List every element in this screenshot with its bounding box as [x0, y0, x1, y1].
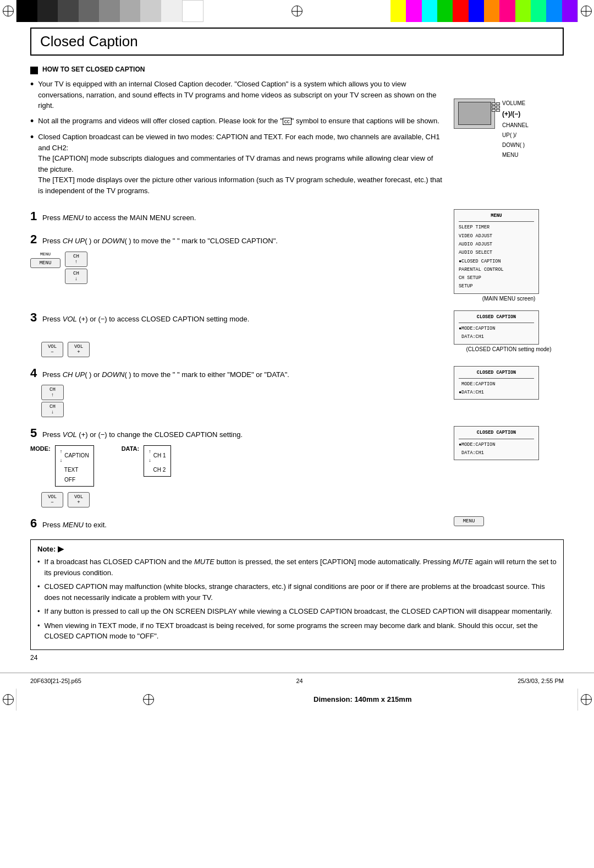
- step-5: 5 Press VOL (+) or (−) to change the CLO…: [30, 426, 564, 507]
- list-item: • Closed Caption broadcast can be viewed…: [30, 132, 443, 196]
- data-label: DATA:: [122, 445, 140, 452]
- menu-btn-label: MENU: [40, 252, 51, 256]
- note-box: Note: ▶ • If a broadcast has CLOSED CAPT…: [30, 539, 564, 650]
- tv-side-labels: VOLUME (+)/(−) CHANNEL UP( )/ DOWN( ) ME…: [502, 99, 529, 160]
- vol-minus-button-5: VOL−: [41, 492, 63, 507]
- ch-up-button-4: CH↑: [41, 385, 64, 400]
- step-6: 6 Press MENU to exit. MENU: [30, 516, 564, 531]
- note-4-text: When viewing in TEXT mode, if no TEXT br…: [45, 620, 557, 642]
- vol-minus-button: VOL−: [41, 342, 63, 357]
- off-option: OFF: [60, 475, 89, 485]
- vol-plus-button-5: VOL+: [68, 492, 90, 507]
- grayscale-bar: [16, 0, 204, 22]
- page-title: Closed Caption: [40, 33, 138, 50]
- step-3-text: Press VOL (+) or (−) to access CLOSED CA…: [42, 315, 249, 323]
- note-item-1: • If a broadcast has CLOSED CAPTION and …: [37, 556, 557, 578]
- step-number-6: 6: [30, 516, 37, 530]
- color-test-bar: [391, 0, 578, 22]
- reg-mark-top-left: [3, 6, 14, 17]
- step-1-text: Press MENU to access the MAIN MENU scree…: [42, 214, 196, 222]
- ch-down-button-4: CH↓: [41, 402, 64, 417]
- section-header: HOW TO SET CLOSED CAPTION: [30, 65, 443, 74]
- note-3-text: If any button is pressed to call up the …: [45, 606, 552, 617]
- text-option: TEXT: [60, 465, 89, 475]
- bullet-3-text: Closed Caption broadcast can be viewed i…: [38, 132, 443, 196]
- step-number-3: 3: [30, 310, 37, 324]
- file-info: 20F630[21-25].p65: [30, 678, 81, 684]
- caption-option: CAPTION: [64, 451, 89, 461]
- cc-setting-caption: (CLOSED CAPTION setting mode): [454, 346, 564, 352]
- page-num-center: 24: [296, 678, 302, 684]
- ch2-option: CH 2: [148, 465, 166, 475]
- step-1: 1 Press MENU to access the MAIN MENU scr…: [30, 209, 564, 302]
- date-info: 25/3/03, 2:55 PM: [518, 678, 564, 684]
- reg-mark-top-right: [581, 6, 592, 17]
- page-number: 24: [30, 654, 37, 662]
- step-number-4: 4: [30, 366, 37, 380]
- step-number-1: 1: [30, 209, 37, 223]
- step-4: 4 Press CH UP( ) or DOWN( ) to move the …: [30, 366, 564, 418]
- step-4-text: Press CH UP( ) or DOWN( ) to move the " …: [42, 370, 289, 379]
- note-1-text: If a broadcast has CLOSED CAPTION and th…: [45, 556, 557, 578]
- reg-mark-bottom-center: [143, 694, 154, 705]
- cc-data-box: CLOSED CAPTION MODE:CAPTION ●DATA:CH1: [454, 366, 539, 400]
- reg-mark-top-center: [292, 6, 302, 17]
- cc-setting-mode-box: CLOSED CAPTION ●MODE:CAPTION DATA:CH1: [454, 310, 539, 345]
- list-item: • Not all the programs and videos will o…: [30, 116, 443, 128]
- step-5-text: Press VOL (+) or (−) to change the CLOSE…: [42, 430, 243, 439]
- note-item-2: • CLOSED CAPTION may malfunction (white …: [37, 581, 557, 603]
- step-2-text: Press CH UP( ) or DOWN( ) to move the " …: [42, 237, 278, 245]
- note-arrow-icon: ▶: [58, 544, 64, 553]
- dimension-text: Dimension: 140mm x 215mm: [314, 695, 411, 703]
- step-3: 3 Press VOL (+) or (−) to access CLOSED …: [30, 310, 564, 357]
- ch-down-button: CH↓: [65, 269, 87, 284]
- reg-mark-bottom-right: [581, 694, 592, 705]
- bullet-2-text: Not all the programs and videos will off…: [38, 116, 439, 127]
- cc-mode-caption-box: CLOSED CAPTION ●MODE:CAPTION DATA:CH1: [454, 426, 539, 460]
- page-title-box: Closed Caption: [30, 28, 564, 56]
- reg-mark-bottom-left: [3, 694, 14, 705]
- note-header-text: Note:: [37, 545, 56, 553]
- ch1-option: CH 1: [153, 451, 166, 461]
- main-menu-box: MENU SLEEP TIMER VIDEO ADJUST AUDIO ADJU…: [454, 209, 539, 294]
- ch-up-button: CH↑: [65, 252, 87, 267]
- menu-exit-button: MENU: [454, 516, 484, 526]
- step-number-2: 2: [30, 232, 37, 246]
- vol-plus-button: VOL+: [68, 342, 90, 357]
- note-item-3: • If any button is pressed to call up th…: [37, 606, 557, 617]
- section-header-text: HOW TO SET CLOSED CAPTION: [42, 65, 145, 73]
- tv-diagram: VOLUME (+)/(−) CHANNEL UP( )/ DOWN( ) ME…: [454, 99, 529, 160]
- bullet-1-text: Your TV is equipped with an internal Clo…: [38, 79, 443, 111]
- note-2-text: CLOSED CAPTION may malfunction (white bl…: [45, 581, 557, 603]
- note-item-4: • When viewing in TEXT mode, if no TEXT …: [37, 620, 557, 642]
- menu-button-graphic: MENU: [30, 258, 61, 268]
- mode-label: MODE:: [30, 445, 51, 452]
- list-item: • Your TV is equipped with an internal C…: [30, 79, 443, 111]
- step-6-text: Press MENU to exit.: [42, 521, 107, 529]
- main-menu-caption: (MAIN MENU screen): [454, 296, 564, 302]
- step-number-5: 5: [30, 426, 37, 440]
